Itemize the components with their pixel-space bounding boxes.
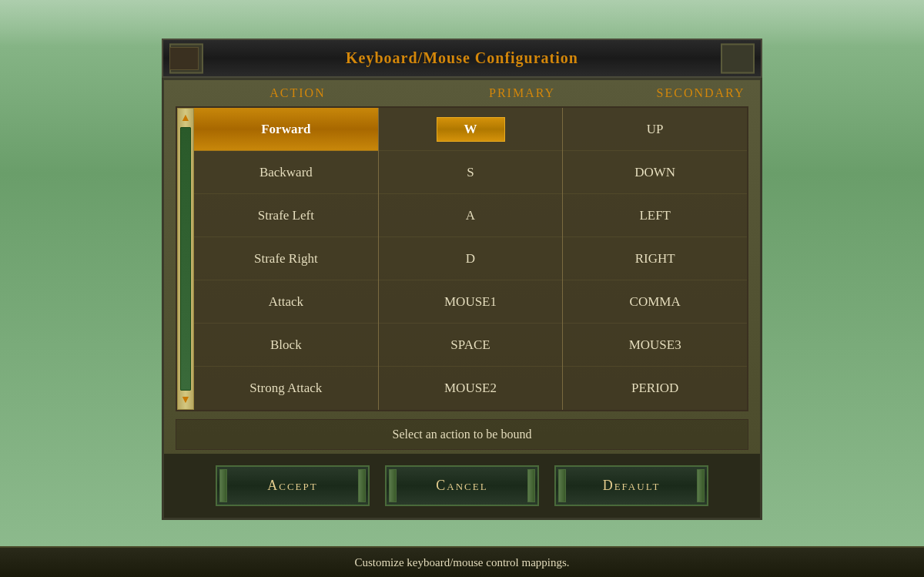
primary-cell[interactable]: S [379, 151, 563, 194]
dialog-title: Keyboard/Mouse Configuration [346, 49, 578, 66]
secondary-cell[interactable]: MOUSE3 [563, 324, 747, 367]
header-primary: Primary [489, 86, 555, 99]
table-row[interactable]: Attack [194, 280, 378, 324]
primary-cell[interactable]: A [379, 194, 563, 237]
table-row[interactable]: Strong Attack [194, 367, 378, 410]
header-action: Action [270, 86, 325, 99]
secondary-cell[interactable]: COMMA [563, 280, 747, 324]
status-message: Select an action to be bound [393, 428, 532, 441]
main-container: Keyboard/Mouse Configuration Action Prim… [162, 39, 762, 520]
scroll-down-button[interactable]: ▼ [180, 394, 191, 406]
content-panel: Action Primary Secondary ▲ ▼ [162, 78, 762, 520]
table-row[interactable]: Backward [194, 151, 378, 194]
cancel-button[interactable]: Cancel [385, 465, 539, 506]
secondary-cell[interactable]: RIGHT [563, 237, 747, 280]
secondary-cell[interactable]: DOWN [563, 151, 747, 194]
bottom-bar: Customize keyboard/mouse control mapping… [0, 546, 924, 577]
scroll-up-button[interactable]: ▲ [180, 112, 191, 124]
table-content: Forward Backward Strafe Left Strafe Righ… [194, 108, 747, 410]
primary-cell[interactable]: MOUSE2 [379, 367, 563, 410]
primary-column: W S A D MOUSE1 SPACE [379, 108, 564, 410]
column-headers: Action Primary Secondary [164, 80, 760, 106]
title-deco-right [725, 47, 755, 70]
header-secondary: Secondary [657, 86, 745, 99]
table-wrapper: ▲ ▼ Forward Backward Strafe Left [176, 106, 748, 411]
primary-cell[interactable]: SPACE [379, 324, 563, 367]
action-column: Forward Backward Strafe Left Strafe Righ… [194, 108, 379, 410]
title-bar: Keyboard/Mouse Configuration [162, 39, 762, 78]
table-row[interactable]: Block [194, 324, 378, 367]
secondary-cell[interactable]: PERIOD [563, 367, 747, 410]
bottom-status-text: Customize keyboard/mouse control mapping… [354, 556, 569, 569]
primary-cell[interactable]: MOUSE1 [379, 280, 563, 324]
scroll-thumb[interactable] [180, 127, 191, 391]
secondary-cell[interactable]: UP [563, 108, 747, 151]
scrollbar[interactable]: ▲ ▼ [177, 108, 194, 410]
accept-button[interactable]: Accept [216, 465, 370, 506]
title-deco-left [169, 47, 199, 70]
primary-cell[interactable]: W [379, 108, 563, 151]
button-row: Accept Cancel Default [164, 454, 760, 518]
secondary-column: UP DOWN LEFT RIGHT COMMA MOUSE [563, 108, 747, 410]
status-text-area: Select an action to be bound [176, 419, 748, 450]
default-button[interactable]: Default [554, 465, 708, 506]
table-row[interactable]: Strafe Right [194, 237, 378, 280]
table-row[interactable]: Strafe Left [194, 194, 378, 237]
secondary-cell[interactable]: LEFT [563, 194, 747, 237]
primary-cell[interactable]: D [379, 237, 563, 280]
table-row[interactable]: Forward [194, 108, 378, 151]
